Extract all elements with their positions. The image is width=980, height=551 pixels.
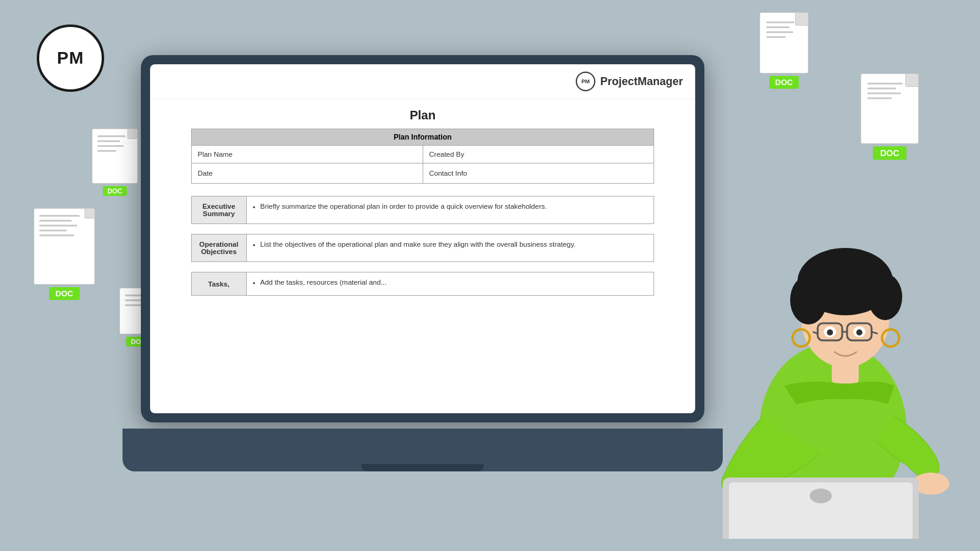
executive-summary-content: • Briefly summarize the operational plan…	[246, 197, 654, 224]
executive-summary-label: Executive Summary	[191, 197, 246, 224]
operational-objectives-label: Operational Objectives	[191, 234, 246, 262]
svg-point-26	[810, 489, 832, 503]
doc-float-left-1: DOC	[92, 129, 138, 196]
doc-badge: DOC	[103, 186, 126, 196]
doc-line	[39, 220, 72, 222]
doc-badge: DOC	[769, 76, 799, 89]
doc-line	[39, 234, 74, 236]
doc-page	[92, 129, 138, 184]
plan-info-header: Plan Information	[191, 129, 654, 146]
svg-point-7	[821, 254, 845, 279]
doc-page	[861, 73, 919, 144]
operational-objectives-text: List the objectives of the operational p…	[260, 241, 576, 248]
bullet-item: • Add the tasks, resources (material and…	[253, 279, 648, 287]
doc-page	[760, 12, 809, 73]
executive-summary-text: Briefly summarize the operational plan i…	[260, 203, 547, 210]
tasks-content: • Add the tasks, resources (material and…	[246, 272, 654, 296]
svg-point-19	[856, 329, 862, 335]
bullet-dot: •	[253, 203, 255, 211]
svg-rect-22	[832, 360, 859, 384]
svg-point-8	[842, 252, 867, 277]
laptop-base	[123, 429, 723, 471]
laptop-inner: PM ProjectManager Plan Plan Information …	[150, 64, 695, 413]
doc-line	[39, 215, 80, 217]
bullet-dot: •	[253, 279, 255, 287]
contact-info-cell: Contact Info	[423, 163, 654, 184]
tasks-text: Add the tasks, resources (material and..…	[260, 279, 386, 286]
operational-objectives-content: • List the objectives of the operational…	[246, 234, 654, 262]
bullet-dot: •	[253, 241, 255, 249]
doc-line	[97, 140, 120, 142]
tasks-table: Tasks, • Add the tasks, resources (mater…	[191, 272, 655, 296]
doc-line	[867, 88, 896, 89]
created-by-cell: Created By	[423, 146, 654, 163]
doc-line	[97, 145, 124, 147]
doc-line	[867, 83, 903, 84]
pm-logo-text: PM	[57, 48, 84, 68]
doc-line	[766, 31, 793, 33]
svg-point-17	[827, 329, 833, 335]
doc-badge: DOC	[49, 287, 80, 300]
pm-header-badge: PM	[576, 72, 595, 91]
date-cell: Date	[191, 163, 423, 184]
doc-float-top-right-1: DOC	[760, 12, 809, 89]
doc-line	[766, 36, 786, 38]
plan-info-table: Plan Information Plan Name Created By Da…	[191, 129, 655, 184]
plan-name-cell: Plan Name	[191, 146, 423, 163]
person-illustration	[662, 171, 956, 539]
doc-float-left-2: DOC	[34, 208, 95, 300]
executive-summary-table: Executive Summary • Briefly summarize th…	[191, 196, 655, 224]
doc-line	[39, 225, 77, 227]
plan-title: Plan	[150, 108, 695, 122]
doc-line	[867, 97, 892, 99]
laptop-screen: PM ProjectManager Plan Plan Information …	[141, 55, 704, 422]
operational-objectives-table: Operational Objectives • List the object…	[191, 234, 655, 262]
doc-line	[97, 135, 126, 137]
bullet-item: • List the objectives of the operational…	[253, 241, 648, 249]
doc-line	[867, 92, 901, 94]
doc-line	[39, 230, 67, 231]
doc-badge: DOC	[873, 146, 907, 160]
pm-header-name: ProjectManager	[600, 75, 683, 88]
doc-line	[97, 150, 116, 152]
laptop: PM ProjectManager Plan Plan Information …	[141, 55, 704, 471]
doc-page	[34, 208, 95, 285]
svg-point-10	[878, 276, 896, 294]
bullet-item: • Briefly summarize the operational plan…	[253, 203, 648, 211]
doc-float-top-right-2: DOC	[861, 73, 919, 160]
doc-line	[766, 21, 794, 23]
document-header: PM ProjectManager	[150, 64, 695, 99]
pm-logo: PM	[37, 24, 104, 92]
doc-line	[125, 299, 143, 301]
doc-line	[766, 26, 790, 28]
tasks-label: Tasks,	[191, 272, 246, 296]
